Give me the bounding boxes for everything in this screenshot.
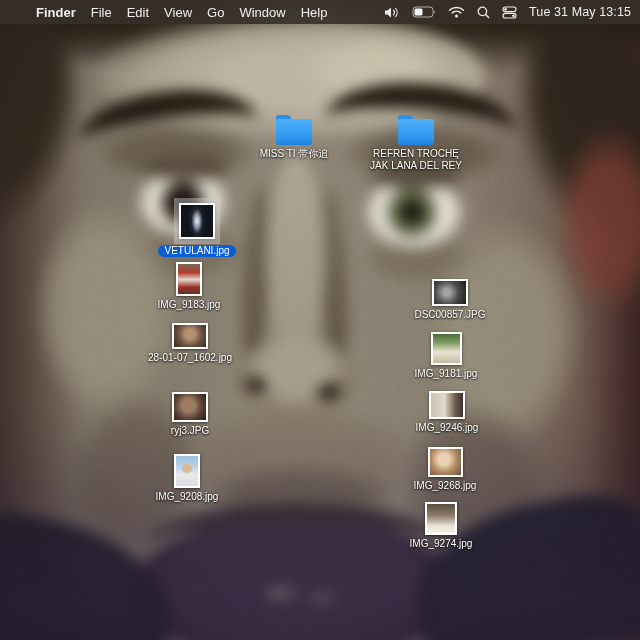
file-label[interactable]: IMG_9246.jpg: [416, 422, 479, 434]
menu-edit[interactable]: Edit: [127, 5, 149, 20]
file-label[interactable]: ryj3.JPG: [171, 425, 209, 437]
menu-help[interactable]: Help: [301, 5, 328, 20]
menu-bar: Finder File Edit View Go Window Help: [0, 0, 640, 24]
image-thumbnail[interactable]: [428, 447, 463, 477]
menu-view[interactable]: View: [164, 5, 192, 20]
menu-file[interactable]: File: [91, 5, 112, 20]
control-center-icon[interactable]: [502, 6, 517, 19]
file-label-selected[interactable]: VETULANI.jpg: [158, 245, 235, 257]
desktop-file-vetulani[interactable]: VETULANI.jpg: [147, 203, 247, 257]
file-label[interactable]: IMG_9208.jpg: [156, 491, 219, 503]
image-thumbnail[interactable]: [179, 203, 215, 239]
menu-window[interactable]: Window: [239, 5, 285, 20]
menu-bar-clock[interactable]: Tue 31 May 13:15: [529, 5, 631, 19]
file-label[interactable]: IMG_9181.jpg: [415, 368, 478, 380]
desktop-wallpaper: [0, 0, 640, 640]
folder-label[interactable]: MISS TI 带你追: [260, 148, 329, 160]
image-thumbnail[interactable]: [172, 323, 208, 349]
folder-icon[interactable]: [398, 119, 434, 145]
desktop-file-img9268[interactable]: IMG_9268.jpg: [395, 447, 495, 492]
desktop-file-img9274[interactable]: IMG_9274.jpg: [391, 502, 491, 550]
battery-icon[interactable]: [412, 6, 436, 18]
image-thumbnail[interactable]: [176, 262, 202, 296]
spotlight-icon[interactable]: [477, 6, 490, 19]
wallpaper-face: [0, 0, 640, 640]
file-label[interactable]: IMG_9274.jpg: [410, 538, 473, 550]
wifi-icon[interactable]: [448, 6, 465, 18]
image-thumbnail[interactable]: [425, 502, 457, 535]
folder-icon[interactable]: [276, 119, 312, 145]
file-label[interactable]: IMG_9268.jpg: [414, 480, 477, 492]
image-thumbnail[interactable]: [431, 332, 462, 365]
image-thumbnail[interactable]: [174, 454, 200, 488]
folder-label[interactable]: REFREN TROCHĘ JAK LANA DEL REY: [370, 148, 462, 172]
desktop-file-ryj3[interactable]: ryj3.JPG: [140, 392, 240, 437]
image-thumbnail[interactable]: [432, 279, 468, 306]
file-label[interactable]: DSC00857.JPG: [414, 309, 485, 321]
desktop-file-280107[interactable]: 28-01-07_1602.jpg: [140, 323, 240, 364]
file-label[interactable]: IMG_9183.jpg: [158, 299, 221, 311]
volume-icon[interactable]: [384, 6, 400, 19]
desktop-folder-refren[interactable]: REFREN TROCHĘ JAK LANA DEL REY: [366, 113, 466, 172]
desktop-file-img9181[interactable]: IMG_9181.jpg: [396, 332, 496, 380]
desktop-file-dsc00857[interactable]: DSC00857.JPG: [400, 279, 500, 321]
app-menu-finder[interactable]: Finder: [36, 5, 76, 20]
desktop-file-img9246[interactable]: IMG_9246.jpg: [397, 391, 497, 434]
desktop-file-img9208[interactable]: IMG_9208.jpg: [137, 454, 237, 503]
desktop-file-img9183[interactable]: IMG_9183.jpg: [139, 262, 239, 311]
desktop-folder-missti[interactable]: MISS TI 带你追: [244, 113, 344, 160]
menu-go[interactable]: Go: [207, 5, 224, 20]
image-thumbnail[interactable]: [172, 392, 208, 422]
image-thumbnail[interactable]: [429, 391, 465, 419]
file-label[interactable]: 28-01-07_1602.jpg: [148, 352, 232, 364]
